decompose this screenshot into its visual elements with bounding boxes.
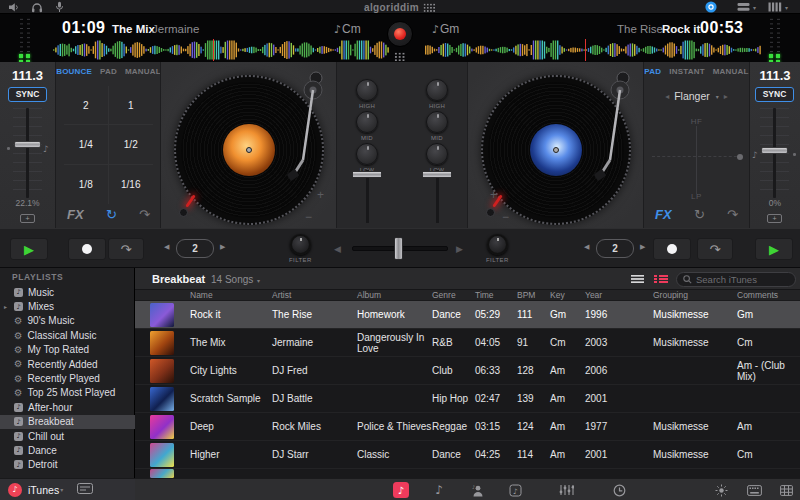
deck-a-nudge-plus[interactable]: + (317, 188, 324, 202)
deck-a-pitch-handle[interactable] (14, 141, 41, 148)
queue-icon[interactable] (77, 483, 93, 496)
artists-icon[interactable]: ♪ (469, 482, 485, 498)
deck-b-cue-light[interactable] (486, 208, 495, 217)
deck-b-fx-button[interactable]: FX (655, 207, 672, 222)
column-header-time[interactable]: Time (475, 290, 517, 300)
partial-row[interactable] (135, 469, 800, 478)
genres-icon[interactable] (558, 482, 574, 498)
library-count[interactable]: 14 Songs ▾ (211, 274, 260, 285)
sidebar-item-detroit[interactable]: ♪Detroit (0, 458, 135, 472)
deck-b-loop-decrease-icon[interactable]: ◀ (584, 243, 589, 251)
bounce-button-2[interactable]: 2 (64, 86, 109, 125)
tab-manual[interactable]: MANUAL (125, 67, 161, 76)
volume-fader-handle[interactable] (352, 171, 382, 178)
eq-knob-low[interactable] (426, 143, 448, 165)
xy-pad-handle[interactable] (737, 154, 743, 160)
deck-a-cue-button[interactable] (68, 238, 106, 260)
deck-a-loop-icon[interactable]: ↻ (106, 207, 117, 222)
deck-a-pitch-track[interactable] (26, 108, 29, 198)
disclosure-icon[interactable]: ▸ (4, 303, 7, 310)
table-header[interactable]: NameArtistAlbumGenreTimeBPMKeyYearGroupi… (135, 290, 800, 301)
effect-prev-icon[interactable]: ◂ (665, 92, 669, 101)
crossfader-right-icon[interactable]: ▶ (456, 244, 463, 254)
tab-manual[interactable]: MANUAL (713, 67, 749, 76)
deck-a-nudge-minus[interactable]: − (305, 210, 312, 224)
artwork-view-icon[interactable] (654, 275, 668, 283)
deck-a-cue-light[interactable] (179, 208, 188, 217)
deck-b-keylock-note-icon[interactable]: ♪ (752, 150, 758, 160)
source-dropdown-icon[interactable]: ▾ (60, 486, 63, 493)
deck-a-loop-decrease-icon[interactable]: ◀ (164, 243, 169, 251)
status-indicator-icon[interactable] (705, 1, 717, 13)
sidebar-item-classical-music[interactable]: ⚙Classical Music (0, 328, 135, 342)
deck-a-play-button[interactable]: ▶ (10, 238, 48, 260)
layout-toggle-icon[interactable]: ▾ (737, 1, 756, 13)
history-icon[interactable] (611, 482, 627, 498)
keyboard-icon[interactable] (746, 482, 762, 498)
source-bar[interactable]: ♪ iTunes ▾ (0, 478, 135, 500)
tab-bounce[interactable]: BOUNCE (56, 67, 92, 76)
deck-a-waveform[interactable] (53, 40, 390, 60)
deck-a-bend-icon[interactable]: ↷ (139, 207, 150, 222)
volume-fader-handle[interactable] (422, 171, 452, 178)
tab-pad[interactable]: PAD (644, 67, 661, 76)
search-input[interactable] (696, 274, 786, 285)
deck-b-play-button[interactable]: ▶ (755, 238, 793, 260)
eq-knob-high[interactable] (356, 79, 378, 101)
deck-a-loop-increase-icon[interactable]: ▶ (220, 243, 225, 251)
column-header-year[interactable]: Year (585, 290, 653, 300)
tab-pad[interactable]: PAD (100, 67, 117, 76)
column-header-grouping[interactable]: Grouping (653, 290, 737, 300)
eq-knob-high[interactable] (426, 79, 448, 101)
sidebar-item-recently-played[interactable]: ⚙Recently Played (0, 371, 135, 385)
deck-b-bend-button[interactable]: ↷ (697, 238, 733, 260)
track-row[interactable]: DeepRock MilesPolice & ThievesReggae03:1… (135, 413, 800, 441)
deck-b-tonearm[interactable] (586, 68, 643, 198)
effect-dropdown-icon[interactable]: ▾ (716, 93, 719, 100)
deck-b-filter-knob[interactable] (487, 234, 508, 255)
deck-a-filter-knob[interactable] (290, 234, 311, 255)
songs-icon[interactable]: ♪ (431, 482, 447, 498)
deck-a-sync-button[interactable]: SYNC (8, 87, 47, 102)
deck-b-loop-icon[interactable]: ↻ (694, 207, 705, 222)
bounce-button-1-16[interactable]: 1/16 (109, 165, 154, 204)
crossfader-left-icon[interactable]: ◀ (334, 244, 341, 254)
eq-knob-mid[interactable] (356, 111, 378, 133)
deck-a-fx-button[interactable]: FX (67, 207, 84, 222)
eq-knob-low[interactable] (356, 143, 378, 165)
sidebar-item-after-hour[interactable]: ♪After-hour (0, 400, 135, 414)
deck-b-pitch-reset-button[interactable]: + (767, 214, 782, 223)
brightness-icon[interactable] (713, 482, 729, 498)
track-row[interactable]: Rock itThe RiseHomeworkDance05:29111Gm19… (135, 301, 800, 329)
track-row[interactable]: Scratch SampleDJ BattleHip Hop02:47139Am… (135, 385, 800, 413)
column-header-name[interactable]: Name (190, 290, 272, 300)
sidebar-item-breakbeat[interactable]: ♪Breakbeat (0, 415, 135, 429)
track-row[interactable]: City LightsDJ FredClub06:33128Am2006Am -… (135, 357, 800, 385)
deck-b-nudge-plus[interactable]: + (490, 188, 497, 202)
sidebar-item-top-25-most-played[interactable]: ⚙Top 25 Most Played (0, 386, 135, 400)
sidebar-item-dance[interactable]: ♪Dance (0, 443, 135, 457)
deck-b-sync-button[interactable]: SYNC (755, 87, 794, 102)
effect-next-icon[interactable]: ▸ (724, 92, 728, 101)
deck-b-pitch-handle[interactable] (761, 147, 788, 154)
tab-instant[interactable]: INSTANT (669, 67, 704, 76)
column-header-artist[interactable]: Artist (272, 290, 357, 300)
track-row[interactable]: The MixJermaineDangerously In LoveR&B04:… (135, 329, 800, 357)
bounce-button-1-8[interactable]: 1/8 (64, 165, 109, 204)
deck-a-loop-length[interactable]: 2 (176, 239, 214, 258)
deck-b-cue-button[interactable] (653, 238, 691, 260)
sidebar-item-recently-added[interactable]: ⚙Recently Added (0, 357, 135, 371)
column-header-album[interactable]: Album (357, 290, 432, 300)
track-row[interactable]: HigherDJ StarrClassicDance04:25114Am2001… (135, 441, 800, 469)
beat-grid-icon[interactable] (394, 52, 405, 61)
sidebar-item-my-top-rated[interactable]: ⚙My Top Rated (0, 343, 135, 357)
columns-toggle-icon[interactable]: ▾ (768, 1, 788, 13)
sidebar-item-mixes[interactable]: ▸♪Mixes (0, 299, 135, 313)
list-view-icon[interactable] (631, 275, 644, 283)
deck-b-bend-icon[interactable]: ↷ (727, 207, 738, 222)
column-header-bpm[interactable]: BPM (517, 290, 550, 300)
deck-b-loop-length[interactable]: 2 (596, 239, 634, 258)
grid-icon[interactable] (778, 482, 794, 498)
deck-b-waveform[interactable] (425, 40, 763, 60)
sidebar-item-90-s-music[interactable]: ⚙90's Music (0, 314, 135, 328)
